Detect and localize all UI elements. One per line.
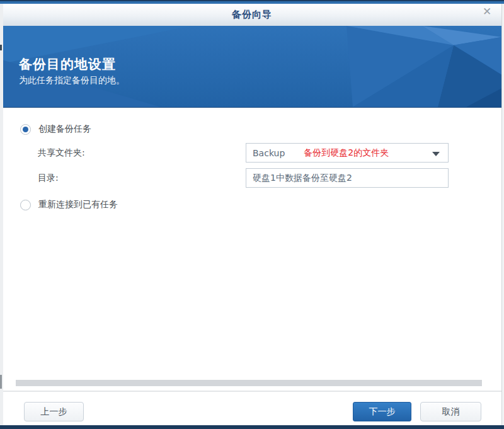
shared-folder-label: 共享文件夹: (38, 147, 85, 159)
radio-create-task[interactable] (20, 124, 31, 135)
titlebar: 备份向导 (0, 4, 504, 26)
directory-label: 目录: (38, 173, 59, 184)
window-right-border (501, 4, 504, 425)
next-button[interactable]: 下一步 (353, 402, 411, 421)
wizard-body: 创建备份任务 共享文件夹: Backup 备份到硬盘2的文件夹 目录: 重新连接… (3, 108, 501, 391)
footer-divider (0, 391, 504, 392)
chevron-down-icon[interactable] (432, 152, 440, 156)
window-title: 备份向导 (232, 9, 272, 21)
window-bottom-border (0, 425, 504, 429)
wizard-header: 备份目的地设置 为此任务指定备份目的地。 (3, 26, 501, 108)
close-icon[interactable]: ✕ (480, 4, 494, 18)
cancel-button[interactable]: 取消 (420, 402, 481, 421)
horizontal-scrollbar[interactable] (16, 380, 482, 386)
window-left-border (0, 4, 3, 425)
directory-input[interactable] (246, 168, 449, 188)
back-button[interactable]: 上一步 (24, 402, 84, 421)
radio-reconnect-label: 重新连接到已有任务 (38, 199, 118, 210)
page-subtitle: 为此任务指定备份目的地。 (19, 75, 125, 86)
radio-row-reconnect: 重新连接到已有任务 (20, 199, 118, 210)
radio-reconnect-task[interactable] (20, 200, 31, 210)
radio-row-create-task: 创建备份任务 (20, 123, 91, 135)
red-annotation-text: 备份到硬盘2的文件夹 (304, 147, 389, 159)
background-scrollbar-artifact (0, 375, 2, 389)
radio-create-task-label: 创建备份任务 (38, 123, 91, 135)
background-window-artifact (0, 45, 2, 50)
page-title: 备份目的地设置 (19, 55, 116, 73)
shared-folder-value: Backup (253, 148, 285, 158)
backup-wizard-dialog: 备份向导 ✕ 备份目的地设置 为此任务指定备份目的地。 创建备份任务 共享文件夹… (0, 0, 504, 429)
shared-folder-select[interactable]: Backup 备份到硬盘2的文件夹 (246, 143, 449, 163)
